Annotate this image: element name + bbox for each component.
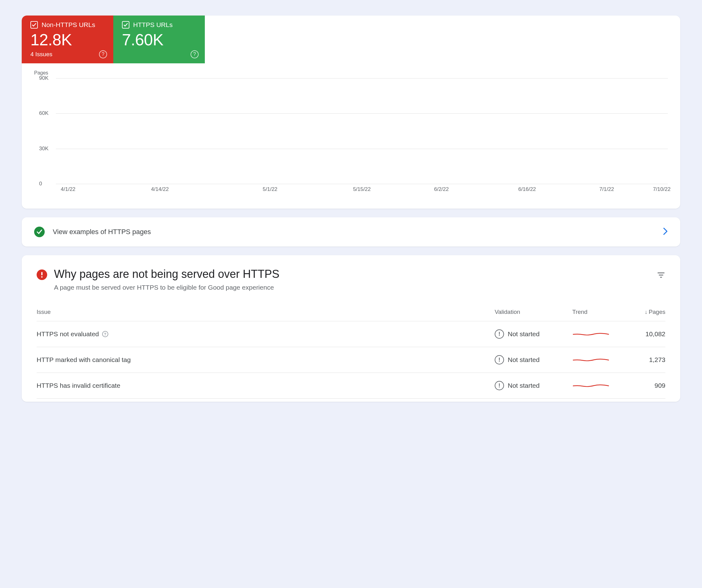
table-row[interactable]: HTTP marked with canonical tag!Not start… [37, 347, 665, 373]
col-trend-header[interactable]: Trend [572, 309, 622, 315]
non-https-issues: 4 Issues [30, 51, 103, 58]
x-tick-label: 6/16/22 [518, 186, 536, 192]
x-tick-label: 5/1/22 [263, 186, 277, 192]
trend-sparkline-icon [572, 382, 609, 389]
non-https-summary-card[interactable]: Non-HTTPS URLs 12.8K 4 Issues ? [22, 15, 113, 63]
https-label: HTTPS URLs [133, 21, 172, 28]
validation-text: Not started [508, 356, 540, 364]
x-axis-labels: 4/1/224/14/225/1/225/15/226/2/226/16/227… [56, 186, 668, 197]
table-header: Issue Validation Trend ↓ Pages [37, 309, 665, 321]
x-tick-label: 4/1/22 [61, 186, 76, 192]
validation-cell: !Not started [495, 329, 572, 339]
table-row[interactable]: HTTPS not evaluated?!Not started10,082 [37, 321, 665, 347]
trend-cell [572, 331, 622, 337]
validation-cell: !Not started [495, 381, 572, 390]
chevron-right-icon [663, 227, 668, 236]
filter-icon[interactable] [657, 271, 665, 281]
checkbox-icon[interactable] [30, 21, 38, 28]
validation-text: Not started [508, 382, 540, 389]
non-https-label: Non-HTTPS URLs [41, 21, 95, 28]
help-icon[interactable]: ? [191, 50, 199, 59]
trend-cell [572, 357, 622, 363]
validation-text: Not started [508, 330, 540, 338]
issue-cell: HTTPS has invalid certificate [37, 382, 495, 389]
https-value: 7.60K [122, 30, 195, 49]
issues-title: Why pages are not being served over HTTP… [54, 268, 650, 281]
x-tick-label: 7/10/22 [653, 186, 671, 192]
x-tick-label: 6/2/22 [434, 186, 449, 192]
not-started-icon: ! [495, 381, 504, 390]
table-row[interactable]: HTTPS has invalid certificate!Not starte… [37, 373, 665, 399]
gridline [56, 184, 668, 184]
alert-icon [37, 270, 47, 280]
issue-cell: HTTPS not evaluated? [37, 330, 495, 338]
non-https-value: 12.8K [30, 30, 103, 49]
check-circle-icon [34, 227, 45, 237]
help-icon[interactable]: ? [102, 331, 108, 337]
view-examples-text: View examples of HTTPS pages [53, 228, 151, 236]
pages-cell: 10,082 [622, 330, 665, 338]
y-tick-label: 30K [39, 145, 48, 152]
issue-cell: HTTP marked with canonical tag [37, 356, 495, 364]
not-started-icon: ! [495, 329, 504, 339]
issues-subtitle: A page must be served over HTTPS to be e… [54, 284, 650, 291]
y-tick-label: 60K [39, 110, 48, 116]
sort-descending-icon: ↓ [645, 309, 648, 315]
view-examples-row[interactable]: View examples of HTTPS pages [22, 217, 680, 247]
validation-cell: !Not started [495, 355, 572, 365]
svg-rect-0 [41, 272, 42, 275]
help-icon[interactable]: ? [99, 50, 107, 59]
trend-sparkline-icon [572, 331, 609, 337]
y-tick-label: 90K [39, 75, 48, 81]
issue-name: HTTPS not evaluated [37, 330, 99, 338]
chart-container: Pages 030K60K90K 4/1/224/14/225/1/225/15… [22, 63, 680, 209]
x-tick-label: 4/14/22 [151, 186, 169, 192]
col-validation-header[interactable]: Validation [495, 309, 572, 315]
pages-cell: 1,273 [622, 356, 665, 364]
chart-area: Pages 030K60K90K [56, 78, 668, 184]
issues-table: Issue Validation Trend ↓ Pages HTTPS not… [37, 309, 665, 399]
svg-point-1 [41, 276, 42, 278]
y-tick-label: 0 [39, 181, 42, 187]
overview-card: Non-HTTPS URLs 12.8K 4 Issues ? HTTPS UR… [22, 15, 680, 209]
trend-sparkline-icon [572, 357, 609, 363]
x-tick-label: 5/15/22 [353, 186, 371, 192]
issues-card: Why pages are not being served over HTTP… [22, 255, 680, 402]
summary-row: Non-HTTPS URLs 12.8K 4 Issues ? HTTPS UR… [22, 15, 680, 63]
pages-cell: 909 [622, 382, 665, 389]
chart-bars [56, 78, 668, 184]
x-tick-label: 7/1/22 [599, 186, 614, 192]
issue-name: HTTPS has invalid certificate [37, 382, 120, 389]
col-pages-header[interactable]: ↓ Pages [622, 309, 665, 315]
not-started-icon: ! [495, 355, 504, 365]
issue-name: HTTP marked with canonical tag [37, 356, 131, 364]
col-issue-header[interactable]: Issue [37, 309, 495, 315]
checkbox-icon[interactable] [122, 21, 129, 28]
https-summary-card[interactable]: HTTPS URLs 7.60K ? [113, 15, 205, 63]
trend-cell [572, 382, 622, 389]
